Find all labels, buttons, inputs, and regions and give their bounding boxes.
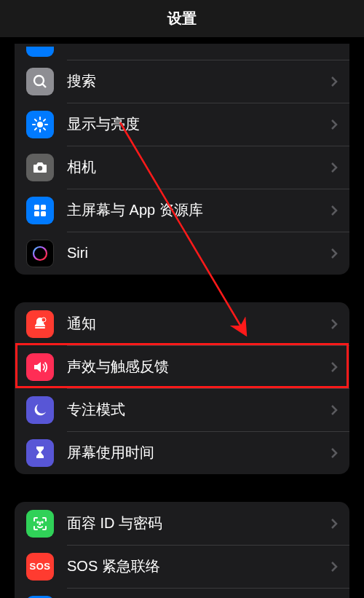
chevron-right-icon bbox=[331, 76, 338, 87]
svg-line-9 bbox=[35, 128, 36, 130]
svg-rect-17 bbox=[35, 327, 45, 328]
brightness-icon bbox=[26, 111, 54, 138]
settings-row-screentime[interactable]: 屏幕使用时间 bbox=[15, 431, 349, 474]
settings-row-label: 通知 bbox=[67, 314, 331, 334]
svg-point-11 bbox=[38, 165, 42, 170]
search-icon bbox=[26, 68, 54, 95]
chevron-right-icon bbox=[331, 518, 338, 530]
settings-row-label: 搜索 bbox=[67, 71, 331, 91]
chevron-right-icon bbox=[331, 361, 338, 373]
svg-point-16 bbox=[33, 247, 47, 260]
settings-row-sos[interactable]: SOS SOS 紧急联络 bbox=[15, 545, 349, 588]
settings-row-label: 主屏幕与 App 资源库 bbox=[67, 200, 331, 220]
siri-icon bbox=[26, 240, 54, 267]
camera-icon bbox=[26, 154, 54, 181]
partial-icon bbox=[26, 47, 54, 57]
chevron-right-icon bbox=[331, 561, 338, 573]
svg-point-2 bbox=[37, 122, 43, 127]
chevron-right-icon bbox=[331, 318, 338, 330]
svg-rect-15 bbox=[41, 211, 46, 216]
svg-rect-14 bbox=[34, 211, 39, 216]
settings-row-label: 专注模式 bbox=[67, 400, 331, 420]
settings-row-privacy[interactable]: 隐私与安全性 bbox=[15, 588, 349, 598]
chevron-right-icon bbox=[331, 248, 338, 259]
settings-row-siri[interactable]: Siri bbox=[15, 232, 349, 275]
app-grid-icon bbox=[26, 197, 54, 224]
settings-row-camera[interactable]: 相机 bbox=[15, 146, 349, 189]
header: 设置 bbox=[0, 0, 364, 38]
svg-rect-13 bbox=[41, 205, 46, 210]
sos-icon: SOS bbox=[26, 553, 54, 581]
chevron-right-icon bbox=[331, 119, 338, 130]
svg-rect-12 bbox=[34, 205, 39, 210]
settings-group-3: 面容 ID 与密码 SOS SOS 紧急联络 隐私与安全性 bbox=[15, 502, 349, 598]
svg-line-8 bbox=[44, 128, 45, 130]
speaker-icon bbox=[26, 353, 54, 381]
bell-icon bbox=[26, 310, 54, 338]
settings-row-notifications[interactable]: 通知 bbox=[15, 302, 349, 345]
svg-point-0 bbox=[34, 76, 44, 85]
chevron-right-icon bbox=[331, 447, 338, 459]
settings-group-2: 通知 声效与触感反馈 专注模式 屏幕使用时间 bbox=[15, 302, 349, 474]
moon-icon bbox=[26, 396, 54, 424]
settings-row-label: 面容 ID 与密码 bbox=[67, 514, 331, 533]
page-title: 设置 bbox=[167, 9, 197, 28]
settings-group-1: 搜索 显示与亮度 相机 主屏幕与 App 资源库 bbox=[15, 44, 349, 275]
settings-row-label: Siri bbox=[67, 245, 331, 261]
settings-row-label: 声效与触感反馈 bbox=[67, 357, 331, 377]
svg-point-19 bbox=[37, 522, 38, 522]
settings-row-focus[interactable]: 专注模式 bbox=[15, 388, 349, 431]
settings-row-label: 显示与亮度 bbox=[67, 114, 331, 134]
svg-point-18 bbox=[41, 318, 46, 322]
settings-row-faceid[interactable]: 面容 ID 与密码 bbox=[15, 502, 349, 545]
faceid-icon bbox=[26, 510, 54, 538]
settings-row-partial[interactable] bbox=[15, 44, 349, 60]
settings-row-label: SOS 紧急联络 bbox=[67, 556, 331, 576]
settings-row-sounds[interactable]: 声效与触感反馈 bbox=[15, 345, 349, 388]
settings-row-label: 相机 bbox=[67, 157, 331, 177]
svg-line-1 bbox=[42, 84, 46, 87]
svg-line-7 bbox=[35, 119, 36, 120]
chevron-right-icon bbox=[331, 205, 338, 216]
settings-row-label: 屏幕使用时间 bbox=[67, 443, 331, 463]
hourglass-icon bbox=[26, 439, 54, 467]
svg-point-20 bbox=[41, 522, 42, 522]
hand-icon bbox=[26, 596, 54, 599]
svg-line-10 bbox=[44, 119, 45, 120]
settings-row-search[interactable]: 搜索 bbox=[15, 60, 349, 103]
settings-row-display[interactable]: 显示与亮度 bbox=[15, 103, 349, 146]
chevron-right-icon bbox=[331, 46, 338, 58]
chevron-right-icon bbox=[331, 404, 338, 416]
chevron-right-icon bbox=[331, 162, 338, 173]
settings-row-home[interactable]: 主屏幕与 App 资源库 bbox=[15, 189, 349, 232]
settings-content: 搜索 显示与亮度 相机 主屏幕与 App 资源库 bbox=[0, 44, 364, 598]
